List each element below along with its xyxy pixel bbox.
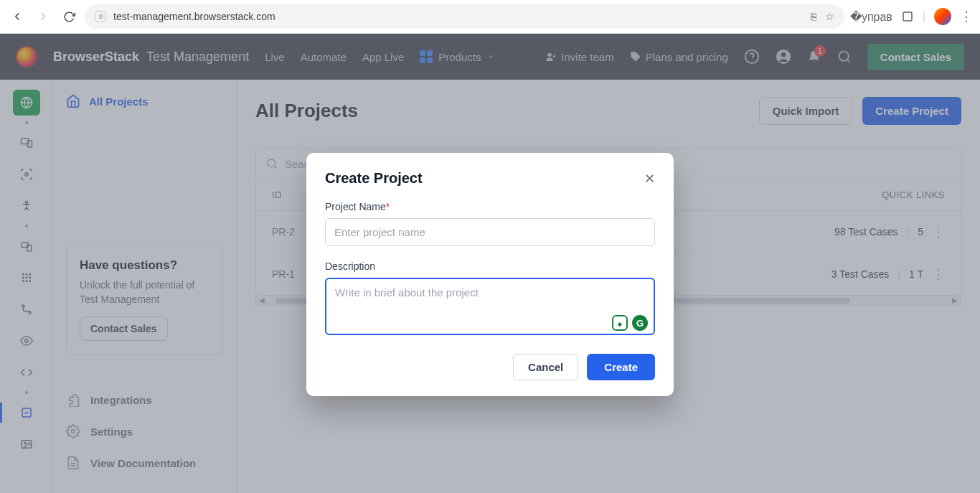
- browser-toolbar: ⎚ test-management.browserstack.com ⎘ ☆ �…: [0, 0, 980, 34]
- project-name-input[interactable]: [325, 218, 655, 246]
- close-icon[interactable]: ✕: [644, 171, 655, 187]
- url-bar[interactable]: ⎚ test-management.browserstack.com ⎘ ☆: [85, 4, 844, 29]
- translate-icon[interactable]: ⎘: [811, 11, 816, 22]
- url-text: test-management.browserstack.com: [113, 11, 275, 22]
- create-button[interactable]: Create: [587, 354, 655, 380]
- site-info-icon[interactable]: ⎚: [95, 11, 106, 22]
- extensions-icon[interactable]: �управ: [850, 10, 892, 24]
- forward-button[interactable]: [33, 6, 53, 27]
- grammarly-icon[interactable]: G: [632, 315, 648, 331]
- cancel-button[interactable]: Cancel: [513, 354, 578, 380]
- svg-rect-0: [903, 12, 912, 21]
- extensions-icon[interactable]: [901, 10, 914, 23]
- description-textarea[interactable]: [325, 278, 655, 335]
- create-project-modal: Create Project ✕ Project Name* Descripti…: [306, 153, 674, 396]
- bookmark-icon[interactable]: ☆: [825, 11, 834, 22]
- profile-avatar[interactable]: [934, 8, 951, 25]
- project-name-label: Project Name*: [325, 201, 655, 212]
- grammarly-widget[interactable]: ⬥ G: [612, 315, 648, 331]
- reload-button[interactable]: [59, 6, 79, 27]
- chrome-menu-icon[interactable]: ⋮: [960, 9, 973, 24]
- grammarly-tone-icon[interactable]: ⬥: [612, 315, 628, 331]
- modal-title: Create Project: [325, 170, 423, 187]
- back-button[interactable]: [7, 6, 27, 27]
- description-label: Description: [325, 260, 655, 272]
